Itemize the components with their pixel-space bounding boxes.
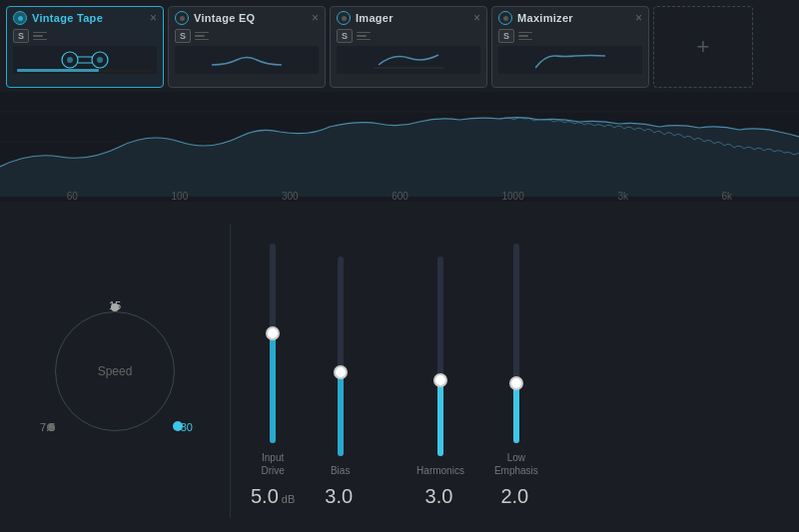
harmonics-slider[interactable] [430,257,450,456]
tab-vintage-tape[interactable]: Vintage Tape × S [6,6,164,88]
knob-position-indicator [111,303,119,311]
speed-knob[interactable]: 15 Speed 7.5 30 [45,301,185,441]
bias-value: 3.0 [325,485,353,508]
harmonics-value: 3.0 [425,485,453,508]
harmonics-thumb[interactable] [433,373,447,387]
eq-mini-display [175,46,319,74]
plugin-tabs-bar: Vintage Tape × S [0,0,799,90]
low-emphasis-fill [513,383,519,443]
knob-label: Speed [98,364,133,378]
input-drive-fill [270,333,276,443]
close-tab-maximizer[interactable]: × [635,12,642,24]
imager-mini-display [337,46,480,74]
low-emphasis-label: LowEmphasis [494,451,538,477]
power-icon-maximizer[interactable] [498,11,512,25]
bias-track [338,257,344,456]
add-plugin-button[interactable]: + [653,6,753,88]
freq-label-60: 60 [67,191,78,202]
tab-vintage-eq[interactable]: Vintage EQ × S [168,6,326,88]
power-icon-imager[interactable] [337,11,351,25]
maximizer-mini-display [498,46,642,74]
low-emphasis-slider[interactable] [506,244,526,443]
settings-icon-vintage-tape [33,32,47,41]
settings-icon-maximizer [518,32,532,41]
bias-slider-group: Bias 3.0 [325,257,356,508]
tab-imager[interactable]: Imager × S [330,6,487,88]
controls-area: 15 Speed 7.5 30 InputDrive [0,204,799,532]
bias-slider[interactable] [331,257,351,456]
low-emphasis-value: 2.0 [500,485,528,508]
freq-label-300: 300 [282,191,299,202]
low-emphasis-track [513,244,519,443]
tab-imager-label: Imager [356,12,394,24]
input-drive-track [270,244,276,443]
solo-btn-vintage-tape[interactable]: S [13,29,29,43]
tab-vintage-eq-label: Vintage EQ [194,12,255,24]
solo-btn-maximizer[interactable]: S [498,29,514,43]
freq-label-1000: 1000 [502,191,524,202]
sliders-section: InputDrive 5.0 dB Bias 3.0 [231,214,799,528]
harmonics-label: Harmonics [416,464,464,477]
tab-maximizer[interactable]: Maximizer × S [491,6,649,88]
plus-icon: + [697,34,710,60]
harmonics-fill [437,380,443,456]
input-drive-thumb[interactable] [266,326,280,340]
input-drive-unit: dB [282,493,295,505]
freq-label-6k: 6k [722,191,733,202]
solo-btn-vintage-eq[interactable]: S [175,29,191,43]
harmonics-slider-group: Harmonics 3.0 [416,257,464,508]
bias-thumb[interactable] [334,365,348,379]
spectrum-frequency-labels: 60 100 300 600 1000 3k 6k [0,191,799,202]
close-tab-vintage-tape[interactable]: × [150,12,157,24]
solo-btn-imager[interactable]: S [337,29,353,43]
low-emphasis-slider-group: LowEmphasis 2.0 [494,244,538,508]
svg-point-3 [97,57,103,63]
input-drive-label: InputDrive [261,451,284,477]
settings-icon-imager [357,32,371,41]
tab-vintage-tape-label: Vintage Tape [32,12,103,24]
bias-label: Bias [331,464,350,477]
knob-value-left: 7.5 [40,421,55,433]
input-drive-value: 5.0 [251,485,279,508]
knob-value-right: 30 [181,421,193,433]
freq-label-100: 100 [172,191,189,202]
settings-icon-vintage-eq [195,32,209,41]
speed-knob-section: 15 Speed 7.5 30 [0,214,230,528]
tape-mini-display [13,46,157,74]
close-tab-imager[interactable]: × [473,12,480,24]
harmonics-track [437,257,443,456]
low-emphasis-thumb[interactable] [509,376,523,390]
input-drive-slider-group: InputDrive 5.0 dB [251,244,295,508]
input-drive-slider[interactable] [263,244,283,443]
power-icon-vintage-tape[interactable] [13,11,27,25]
freq-label-600: 600 [392,191,408,202]
close-tab-vintage-eq[interactable]: × [312,12,319,24]
spectrum-analyzer: 60 100 300 600 1000 3k 6k [0,92,799,202]
tab-maximizer-label: Maximizer [517,12,573,24]
power-icon-vintage-eq[interactable] [175,11,189,25]
svg-point-1 [67,57,73,63]
bias-fill [338,372,344,456]
freq-label-3k: 3k [617,191,628,202]
